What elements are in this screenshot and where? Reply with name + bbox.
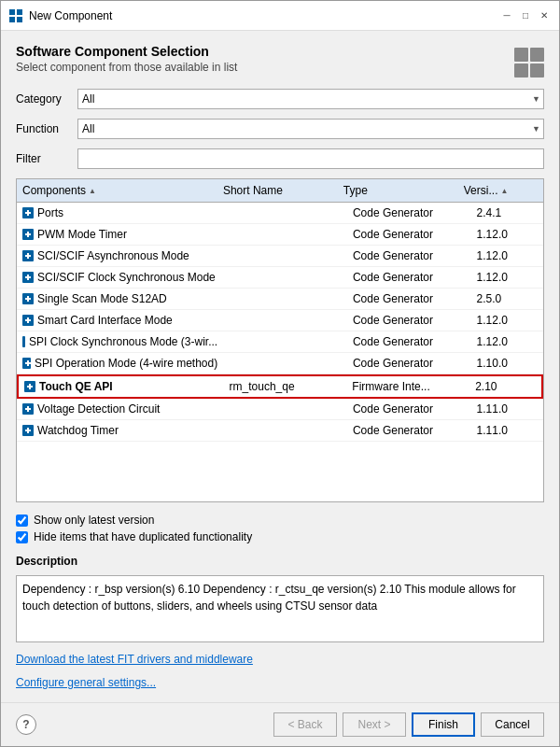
table-row[interactable]: SCI/SCIF Asynchronous ModeCode Generator…	[17, 246, 543, 267]
col-header-type: Type	[338, 182, 458, 199]
short-name-cell	[223, 275, 347, 279]
back-button[interactable]: < Back	[273, 712, 337, 737]
help-button[interactable]: ?	[16, 714, 36, 735]
col-header-short-name: Short Name	[217, 182, 338, 199]
component-icon	[22, 358, 31, 369]
table-row[interactable]: Smart Card Interface ModeCode Generator1…	[17, 310, 543, 331]
table-row[interactable]: Touch QE APIrm_touch_qeFirmware Inte...2…	[17, 374, 543, 399]
short-name-cell	[223, 407, 347, 411]
component-icon	[22, 425, 34, 436]
dialog-content: Software Component Selection Select comp…	[1, 31, 559, 702]
type-cell: Firmware Inte...	[346, 378, 469, 395]
component-icon	[22, 315, 34, 326]
window-title: New Component	[29, 9, 499, 22]
description-label: Description	[16, 555, 544, 568]
show-latest-checkbox[interactable]	[16, 514, 28, 527]
table-body[interactable]: PortsCode Generator2.4.1PWM Mode TimerCo…	[17, 203, 543, 501]
component-icon	[22, 250, 34, 261]
category-select[interactable]: All	[77, 89, 544, 109]
type-cell: Code Generator	[347, 401, 471, 417]
component-icon	[22, 336, 25, 347]
component-name-cell: Watchdog Timer	[17, 422, 223, 439]
short-name-cell	[223, 429, 347, 432]
download-link[interactable]: Download the latest FIT drivers and midd…	[16, 653, 544, 666]
table-row[interactable]: SPI Operation Mode (4-wire method)Code G…	[17, 353, 543, 374]
component-icon	[22, 403, 34, 415]
component-name-cell: PWM Mode Timer	[17, 226, 223, 243]
hide-duplicated-label: Hide items that have duplicated function…	[34, 530, 252, 543]
short-name-cell: rm_touch_qe	[224, 378, 347, 395]
window-controls: ─ □ ✕	[499, 8, 552, 23]
component-name-cell: Touch QE API	[19, 378, 224, 395]
component-icon	[22, 207, 34, 218]
maximize-button[interactable]: □	[518, 8, 533, 23]
component-icon	[24, 381, 35, 392]
dialog-subtitle: Select component from those available in…	[16, 61, 237, 74]
function-label: Function	[16, 122, 72, 135]
section-header: Software Component Selection Select comp…	[16, 44, 544, 78]
function-select-wrapper: All ▼	[77, 119, 544, 139]
filter-row: Filter	[16, 148, 544, 169]
type-cell: Code Generator	[347, 290, 471, 307]
grid-icon	[514, 48, 544, 78]
table-row[interactable]: SPI Clock Synchronous Mode (3-wir...Code…	[17, 331, 543, 353]
category-label: Category	[16, 92, 72, 106]
header-text: Software Component Selection Select comp…	[16, 44, 237, 74]
category-select-wrapper: All ▼	[77, 89, 544, 109]
short-name-cell	[223, 340, 347, 344]
component-icon	[22, 293, 34, 304]
table-header: Components ▲ Short Name Type Versi... ▲	[17, 179, 543, 203]
version-cell: 2.5.0	[471, 290, 543, 307]
type-cell: Code Generator	[347, 269, 471, 286]
svg-rect-1	[17, 9, 22, 15]
table-row[interactable]: Voltage Detection CircuitCode Generator1…	[17, 399, 543, 420]
component-name-cell: SPI Clock Synchronous Mode (3-wir...	[17, 333, 223, 350]
next-button[interactable]: Next >	[343, 712, 406, 737]
svg-rect-3	[17, 17, 22, 22]
configure-link[interactable]: Configure general settings...	[16, 676, 544, 689]
short-name-cell	[223, 361, 347, 365]
version-cell: 2.10	[469, 378, 541, 395]
version-cell: 1.12.0	[471, 333, 543, 350]
minimize-button[interactable]: ─	[499, 8, 514, 23]
table-row[interactable]: Watchdog TimerCode Generator1.11.0	[17, 420, 543, 442]
type-cell: Code Generator	[347, 355, 471, 372]
finish-button[interactable]: Finish	[412, 712, 475, 737]
show-latest-row: Show only latest version	[16, 514, 544, 527]
version-cell: 1.12.0	[471, 226, 543, 243]
component-name-cell: Ports	[17, 204, 223, 221]
show-latest-label: Show only latest version	[34, 514, 154, 527]
type-cell: Code Generator	[347, 204, 471, 221]
table-row[interactable]: SCI/SCIF Clock Synchronous ModeCode Gene…	[17, 267, 543, 289]
dialog-title: Software Component Selection	[16, 44, 237, 59]
category-row: Category All ▼	[16, 89, 544, 109]
table-row[interactable]: PortsCode Generator2.4.1	[17, 203, 543, 224]
version-cell: 2.4.1	[471, 204, 543, 221]
version-cell: 1.12.0	[471, 247, 543, 264]
component-name-cell: Smart Card Interface Mode	[17, 312, 223, 329]
function-select[interactable]: All	[77, 119, 544, 139]
type-cell: Code Generator	[347, 226, 471, 243]
filter-input[interactable]	[77, 148, 544, 169]
component-name-cell: SPI Operation Mode (4-wire method)	[17, 355, 223, 372]
components-table: Components ▲ Short Name Type Versi... ▲ …	[16, 178, 544, 502]
filter-label: Filter	[16, 152, 72, 165]
hide-duplicated-checkbox[interactable]	[16, 531, 28, 543]
component-name-cell: SCI/SCIF Asynchronous Mode	[17, 247, 223, 264]
svg-rect-2	[9, 17, 15, 22]
function-row: Function All ▼	[16, 119, 544, 139]
checkboxes-area: Show only latest version Hide items that…	[16, 514, 544, 543]
type-cell: Code Generator	[347, 247, 471, 264]
cancel-button[interactable]: Cancel	[481, 712, 544, 737]
table-row[interactable]: PWM Mode TimerCode Generator1.12.0	[17, 224, 543, 246]
main-window: New Component ─ □ ✕ Software Component S…	[0, 0, 560, 747]
version-cell: 1.11.0	[471, 422, 543, 439]
col-header-version: Versi... ▲	[458, 182, 528, 199]
table-row[interactable]: Single Scan Mode S12ADCode Generator2.5.…	[17, 289, 543, 310]
close-button[interactable]: ✕	[537, 8, 552, 23]
version-cell: 1.12.0	[471, 269, 543, 286]
bottom-bar: ? < Back Next > Finish Cancel	[1, 702, 559, 746]
short-name-cell	[223, 297, 347, 301]
type-cell: Code Generator	[347, 333, 471, 350]
hide-duplicated-row: Hide items that have duplicated function…	[16, 530, 544, 543]
